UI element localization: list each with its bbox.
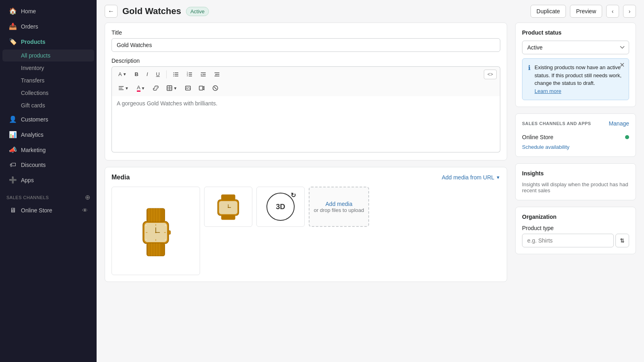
sidebar-item-customers[interactable]: 👤 Customers xyxy=(2,112,94,127)
sidebar-item-apps[interactable]: ➕ Apps xyxy=(2,173,94,187)
sidebar-item-discounts[interactable]: 🏷 Discounts xyxy=(2,158,94,172)
product-status-card: Product status Active Draft Archived ℹ E… xyxy=(515,23,636,107)
learn-more-link[interactable]: Learn more xyxy=(535,88,561,94)
sidebar: 🏠 Home 📥 Orders 🏷️ Products All products… xyxy=(0,0,97,362)
duplicate-button[interactable]: Duplicate xyxy=(530,5,566,18)
product-details-card: Title Description A ▼ B I U xyxy=(105,23,507,160)
analytics-icon: 📊 xyxy=(9,131,17,138)
svg-rect-58 xyxy=(221,194,235,200)
home-icon: 🏠 xyxy=(9,7,17,15)
info-banner: ℹ Existing products now have an active s… xyxy=(522,58,629,100)
back-button[interactable]: ← xyxy=(105,5,118,18)
sidebar-item-apps-label: Apps xyxy=(21,177,34,183)
sidebar-sub-all-products[interactable]: All products xyxy=(2,49,94,62)
orders-icon: 📥 xyxy=(9,23,17,30)
svg-point-52 xyxy=(145,225,147,226)
svg-rect-39 xyxy=(148,243,150,256)
video-button[interactable] xyxy=(196,83,208,93)
sales-channels-title: SALES CHANNELS AND APPS xyxy=(522,121,591,126)
info-icon: ℹ xyxy=(528,64,530,72)
product-status-title: Product status xyxy=(522,29,629,36)
sidebar-item-orders[interactable]: 📥 Orders xyxy=(2,19,94,34)
sidebar-item-products[interactable]: 🏷️ Products xyxy=(2,34,94,49)
sidebar-item-marketing[interactable]: 📣 Marketing xyxy=(2,142,94,157)
organization-title: Organization xyxy=(522,214,629,220)
discounts-icon: 🏷 xyxy=(9,161,17,169)
product-type-input[interactable] xyxy=(522,234,614,247)
info-banner-text: Existing products now have an active sta… xyxy=(535,64,623,95)
content-main: Title Description A ▼ B I U xyxy=(105,23,507,354)
underline-button[interactable]: U xyxy=(153,69,163,79)
toolbar-divider-1 xyxy=(166,70,167,78)
sidebar-item-orders-label: Orders xyxy=(21,23,38,30)
svg-rect-27 xyxy=(199,86,203,90)
bold-button[interactable]: B xyxy=(132,69,142,79)
sidebar-item-discounts-label: Discounts xyxy=(21,162,45,168)
online-store-icon: 🖥 xyxy=(9,207,17,214)
list-unordered-button[interactable] xyxy=(170,70,182,79)
products-icon: 🏷️ xyxy=(9,38,17,45)
description-toolbar: A ▼ B I U 123 xyxy=(111,66,500,96)
product-type-stepper[interactable]: ⇅ xyxy=(615,234,629,247)
clear-format-button[interactable] xyxy=(209,83,221,93)
media-title: Media xyxy=(111,174,130,181)
sidebar-item-online-store[interactable]: 🖥 Online Store 👁 xyxy=(2,203,94,218)
description-textarea[interactable]: A gorgeous Gold Watches with brilliants. xyxy=(111,96,500,152)
online-store-view-icon[interactable]: 👁 xyxy=(82,207,88,214)
sidebar-sub-inventory[interactable]: Inventory xyxy=(2,62,94,74)
add-media-button[interactable]: Add media from URL ▼ xyxy=(442,174,500,181)
title-input[interactable] xyxy=(111,38,500,52)
font-style-button[interactable]: A ▼ xyxy=(115,69,130,79)
svg-point-26 xyxy=(187,87,188,88)
svg-point-55 xyxy=(165,239,166,240)
channel-status-dot xyxy=(625,135,629,139)
prev-product-button[interactable]: ‹ xyxy=(606,5,619,18)
next-product-button[interactable]: › xyxy=(623,5,636,18)
product-type-label: Product type xyxy=(522,225,629,231)
media-item-3d[interactable]: 3D ↻ xyxy=(256,187,305,227)
sidebar-sub-transfers[interactable]: Transfers xyxy=(2,74,94,86)
code-view-button[interactable]: <> xyxy=(484,70,497,79)
media-grid: 3D ↻ Add media or drop files to upload xyxy=(111,187,500,275)
3d-icon: 3D ↻ xyxy=(266,193,295,221)
media-item-main[interactable] xyxy=(111,187,200,275)
table-button[interactable]: ▼ xyxy=(163,83,180,93)
media-item-thumb[interactable] xyxy=(204,187,252,227)
sidebar-item-products-label: Products xyxy=(21,39,45,45)
manage-link[interactable]: Manage xyxy=(609,120,629,127)
apps-icon: ➕ xyxy=(9,176,17,184)
list-ordered-button[interactable]: 123 xyxy=(184,70,196,79)
sidebar-item-customers-label: Customers xyxy=(21,116,48,123)
topbar: ← Gold Watches Active Duplicate Preview … xyxy=(97,0,644,23)
preview-button[interactable]: Preview xyxy=(570,5,602,18)
insights-text: Insights will display when the product h… xyxy=(522,181,629,193)
channel-item: Online Store xyxy=(522,131,629,144)
svg-rect-40 xyxy=(151,243,153,256)
add-media-drop-zone[interactable]: Add media or drop files to upload xyxy=(309,187,369,227)
link-button[interactable] xyxy=(150,84,162,93)
svg-rect-42 xyxy=(156,243,158,256)
sidebar-sub-gift-cards[interactable]: Gift cards xyxy=(2,99,94,111)
info-close-button[interactable]: ✕ xyxy=(619,62,625,68)
sidebar-item-analytics[interactable]: 📊 Analytics xyxy=(2,127,94,142)
outdent-button[interactable] xyxy=(211,70,223,79)
sidebar-item-analytics-label: Analytics xyxy=(21,132,43,138)
sales-channels-section: SALES CHANNELS ⊕ xyxy=(0,188,97,203)
svg-line-29 xyxy=(214,87,217,89)
svg-rect-37 xyxy=(158,208,160,222)
schedule-availability-link[interactable]: Schedule availability xyxy=(522,144,570,150)
svg-point-53 xyxy=(165,225,166,226)
text-color-button[interactable]: A ▼ xyxy=(134,82,149,94)
italic-button[interactable]: I xyxy=(143,69,151,79)
sidebar-item-online-store-label: Online Store xyxy=(21,207,52,214)
sidebar-item-home[interactable]: 🏠 Home xyxy=(2,4,94,19)
status-select[interactable]: Active Draft Archived xyxy=(522,41,629,54)
indent-button[interactable] xyxy=(197,70,209,79)
svg-point-3 xyxy=(173,72,174,73)
add-sales-channel-icon[interactable]: ⊕ xyxy=(85,193,91,201)
align-button[interactable]: ▼ xyxy=(115,83,132,93)
svg-text:3: 3 xyxy=(187,74,188,77)
image-button[interactable] xyxy=(182,83,194,93)
sidebar-sub-collections[interactable]: Collections xyxy=(2,87,94,99)
desc-field-label: Description xyxy=(111,58,500,64)
